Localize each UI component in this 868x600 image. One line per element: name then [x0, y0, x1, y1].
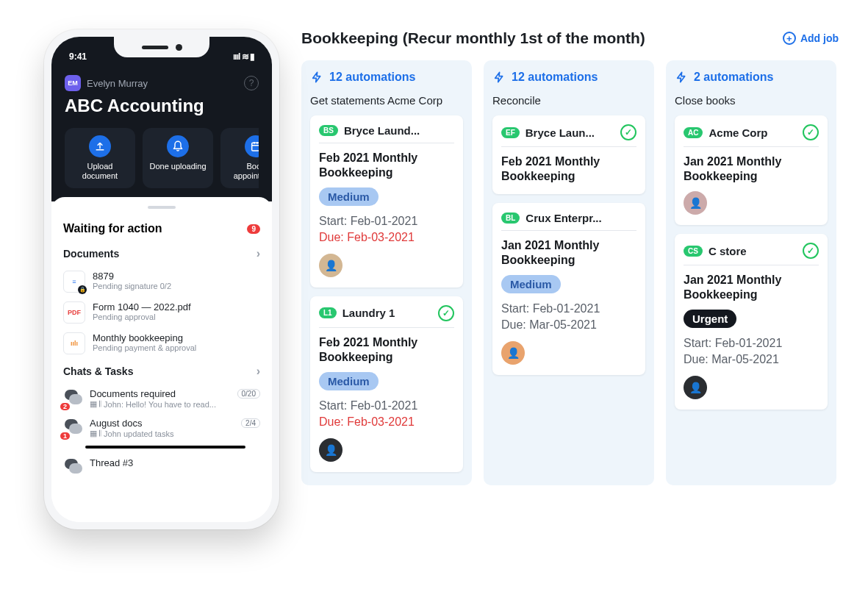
- filetype-icon: PDF: [63, 301, 85, 324]
- waiting-count: 9: [247, 224, 260, 234]
- card-title: Feb 2021 Monthly Bookkeeping: [501, 154, 636, 184]
- chevron-right-icon: ›: [257, 365, 260, 378]
- documents-header[interactable]: Documents ›: [63, 241, 260, 266]
- chat-row[interactable]: 2 Documents required 0/20 ▦ 𝄃John: Hello…: [63, 384, 260, 413]
- user-avatar[interactable]: EM: [65, 75, 81, 91]
- assignee-avatar[interactable]: 👤: [684, 376, 707, 399]
- drag-handle[interactable]: [148, 206, 176, 209]
- document-row[interactable]: ≡🔒 8879 Pending signature 0/2: [63, 266, 260, 297]
- check-circle-icon: ✓: [803, 243, 819, 259]
- job-card[interactable]: BL Crux Enterpr... Jan 2021 Monthly Book…: [492, 203, 645, 375]
- card-title: Jan 2021 Monthly Bookkeeping: [684, 273, 819, 302]
- user-name: Evelyn Murray: [87, 78, 148, 89]
- phone-header: 9:41 ıııl ≋ ▮ EM Evelyn Murray ? ABC Acc…: [51, 37, 272, 201]
- board-column: 2 automations Close books AC Acme Corp ✓…: [666, 60, 836, 485]
- assignee-avatar[interactable]: 👤: [684, 191, 707, 215]
- automations-link[interactable]: 12 automations: [310, 71, 463, 84]
- document-meta: Pending payment & approval: [93, 343, 260, 352]
- client-name: C store: [709, 245, 797, 257]
- card-title: Feb 2021 Monthly Bookkeeping: [319, 335, 454, 365]
- filetype-icon: ıılı: [63, 332, 85, 354]
- action-2[interactable]: Book appointment: [220, 128, 259, 188]
- chat-preview: ▦ 𝄃John: Hello! You have to read...: [90, 399, 260, 409]
- column-subtitle: Reconcile: [492, 94, 645, 107]
- document-row[interactable]: ıılı Monthly bookkeeping Pending payment…: [63, 328, 260, 359]
- document-row[interactable]: PDF Form 1040 — 2022.pdf Pending approva…: [63, 297, 260, 328]
- automations-link[interactable]: 2 automations: [675, 71, 828, 84]
- chat-icon: [63, 457, 82, 476]
- board-title: Bookkeeping (Recur monthly 1st of the mo…: [301, 29, 645, 47]
- client-tag: CS: [684, 246, 703, 257]
- plus-circle-icon: +: [783, 32, 796, 45]
- chat-title: August docs: [90, 418, 143, 429]
- status-icons: ıııl ≋ ▮: [233, 51, 254, 62]
- document-title: Form 1040 — 2022.pdf: [93, 301, 260, 312]
- job-card[interactable]: AC Acme Corp ✓ Jan 2021 Monthly Bookkeep…: [675, 115, 828, 225]
- bolt-icon: [675, 71, 688, 84]
- client-name: Bryce Laund...: [344, 124, 454, 137]
- card-dates: Start: Feb-01-2021Due: Feb-03-2021: [319, 213, 454, 246]
- company-title: ABC Accounting: [65, 96, 259, 116]
- assignee-avatar[interactable]: 👤: [319, 254, 342, 277]
- action-0[interactable]: Upload document: [65, 128, 135, 188]
- document-title: Monthly bookkeeping: [93, 332, 260, 343]
- card-dates: Start: Feb-01-2021Due: Feb-03-2021: [319, 398, 454, 431]
- status-time: 9:41: [69, 51, 87, 62]
- priority-pill: Urgent: [684, 310, 736, 328]
- check-circle-icon: ✓: [803, 124, 819, 140]
- client-tag: EF: [501, 127, 520, 138]
- document-meta: Pending signature 0/2: [93, 282, 260, 290]
- assignee-avatar[interactable]: 👤: [501, 341, 525, 365]
- automations-link[interactable]: 12 automations: [492, 71, 645, 84]
- action-icon: [245, 135, 259, 157]
- chats-header[interactable]: Chats & Tasks ›: [63, 359, 260, 384]
- client-tag: BS: [319, 125, 338, 136]
- job-card[interactable]: L1 Laundry 1 ✓ Feb 2021 Monthly Bookkeep…: [310, 296, 463, 472]
- check-circle-icon: ✓: [620, 124, 636, 140]
- bolt-icon: [492, 71, 506, 84]
- bottom-sheet: Waiting for action 9 Documents › ≡🔒 8879…: [51, 197, 272, 522]
- assignee-avatar[interactable]: 👤: [319, 438, 342, 462]
- column-subtitle: Get statements Acme Corp: [310, 94, 463, 107]
- board-column: 12 automations Reconcile EF Bryce Laun..…: [484, 60, 654, 485]
- divider: [85, 446, 245, 449]
- chat-icon: 1: [63, 418, 82, 437]
- card-title: Jan 2021 Monthly Bookkeeping: [501, 238, 636, 268]
- help-icon[interactable]: ?: [244, 76, 259, 90]
- chat-count: 2/4: [241, 418, 260, 428]
- priority-pill: Medium: [319, 188, 379, 206]
- client-tag: L1: [319, 307, 337, 318]
- job-card[interactable]: CS C store ✓ Jan 2021 Monthly Bookkeepin…: [675, 234, 828, 410]
- check-circle-icon: ✓: [438, 305, 454, 321]
- chat-row[interactable]: 1 August docs 2/4 ▦ 𝄃John updated tasks: [63, 413, 260, 443]
- action-icon: [89, 135, 111, 157]
- priority-pill: Medium: [501, 275, 561, 293]
- filetype-icon: ≡🔒: [63, 271, 85, 293]
- board-column: 12 automations Get statements Acme Corp …: [301, 60, 472, 485]
- chat-preview: ▦ 𝄃John updated tasks: [90, 429, 260, 438]
- document-meta: Pending approval: [93, 312, 260, 321]
- chat-title: Documents required: [90, 388, 176, 399]
- phone-mockup: 9:41 ıııl ≋ ▮ EM Evelyn Murray ? ABC Acc…: [44, 29, 279, 529]
- client-tag: AC: [684, 127, 703, 138]
- card-title: Jan 2021 Monthly Bookkeeping: [684, 154, 819, 184]
- chevron-right-icon: ›: [257, 247, 260, 260]
- action-1[interactable]: Done uploading: [143, 128, 213, 188]
- add-job-button[interactable]: + Add job: [783, 32, 839, 45]
- chat-row[interactable]: Thread #3: [63, 453, 260, 481]
- chat-icon: 2: [63, 388, 82, 407]
- bolt-icon: [310, 71, 323, 84]
- client-name: Acme Corp: [709, 126, 797, 139]
- column-subtitle: Close books: [675, 94, 828, 107]
- job-card[interactable]: EF Bryce Laun... ✓ Feb 2021 Monthly Book…: [492, 115, 645, 194]
- action-icon: [167, 135, 189, 157]
- client-name: Laundry 1: [342, 307, 432, 319]
- client-tag: BL: [501, 213, 520, 224]
- chat-title: Thread #3: [90, 457, 133, 468]
- client-name: Bryce Laun...: [526, 126, 614, 139]
- client-name: Crux Enterpr...: [526, 212, 636, 224]
- waiting-heading: Waiting for action: [63, 222, 162, 235]
- document-title: 8879: [93, 271, 260, 282]
- job-card[interactable]: BS Bryce Laund... Feb 2021 Monthly Bookk…: [310, 115, 463, 288]
- svg-rect-0: [252, 143, 259, 151]
